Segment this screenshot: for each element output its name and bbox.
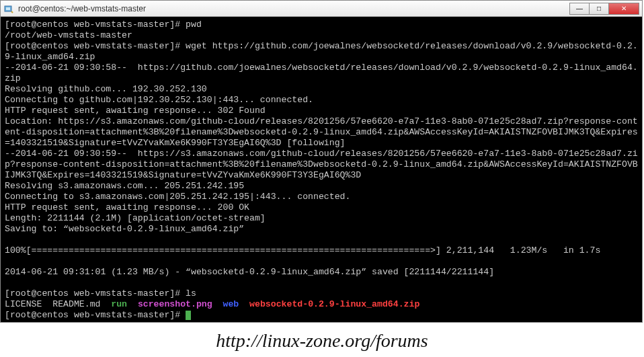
terminal-line: [root@centos web-vmstats-master]# pwd [5, 19, 202, 30]
ls-dir-web: web [223, 299, 239, 309]
terminal-line: Saving to: “websocketd-0.2.9-linux_amd64… [5, 224, 244, 234]
ls-file-screenshot: screenshot.png [138, 299, 212, 309]
terminal-line: --2014-06-21 09:30:58-- https://github.c… [5, 63, 638, 83]
svg-line-2 [11, 11, 13, 13]
titlebar[interactable]: root@centos:~/web-vmstats-master — □ ✕ [1, 1, 642, 17]
terminal-line: Length: 2211144 (2.1M) [application/octe… [5, 213, 266, 223]
terminal-body[interactable]: [root@centos web-vmstats-master]# pwd /r… [1, 17, 642, 322]
window-controls: — □ ✕ [570, 3, 639, 15]
terminal-line: 2014-06-21 09:31:01 (1.23 MB/s) - “webso… [5, 267, 494, 277]
cursor-icon [186, 311, 191, 320]
putty-icon [3, 3, 14, 14]
terminal-line: 100%[===================================… [5, 245, 600, 255]
terminal-prompt: [root@centos web-vmstats-master]# [5, 310, 186, 320]
terminal-line: [root@centos web-vmstats-master]# wget h… [5, 41, 638, 62]
svg-rect-1 [6, 7, 10, 10]
terminal-line: Connecting to github.com|192.30.252.130|… [5, 95, 313, 105]
ls-file-license: LICENSE [5, 299, 42, 309]
terminal-line: HTTP request sent, awaiting response... … [5, 202, 249, 212]
terminal-line: Resolving s3.amazonaws.com... 205.251.24… [5, 181, 244, 191]
close-button[interactable]: ✕ [608, 3, 639, 15]
terminal-line: /root/web-vmstats-master [5, 30, 132, 40]
ls-file-run: run [111, 299, 127, 309]
terminal-line: --2014-06-21 09:30:59-- https://s3.amazo… [5, 149, 638, 180]
maximize-button[interactable]: □ [589, 3, 609, 15]
terminal-line: [root@centos web-vmstats-master]# ls [5, 288, 196, 299]
terminal-line: Connecting to s3.amazonaws.com|205.251.2… [5, 192, 350, 202]
terminal-line: Location: https://s3.amazonaws.com/githu… [5, 116, 638, 148]
window-title: root@centos:~/web-vmstats-master [17, 4, 567, 13]
minimize-button[interactable]: — [569, 3, 590, 15]
terminal-line: HTTP request sent, awaiting response... … [5, 106, 266, 116]
ls-file-readme: README.md [52, 299, 100, 309]
watermark-text: http://linux-zone.org/forums [0, 330, 644, 352]
terminal-line: Resolving github.com... 192.30.252.130 [5, 84, 207, 94]
terminal-window: root@centos:~/web-vmstats-master — □ ✕ [… [0, 0, 643, 323]
ls-file-zip: websocketd-0.2.9-linux_amd64.zip [249, 299, 419, 309]
